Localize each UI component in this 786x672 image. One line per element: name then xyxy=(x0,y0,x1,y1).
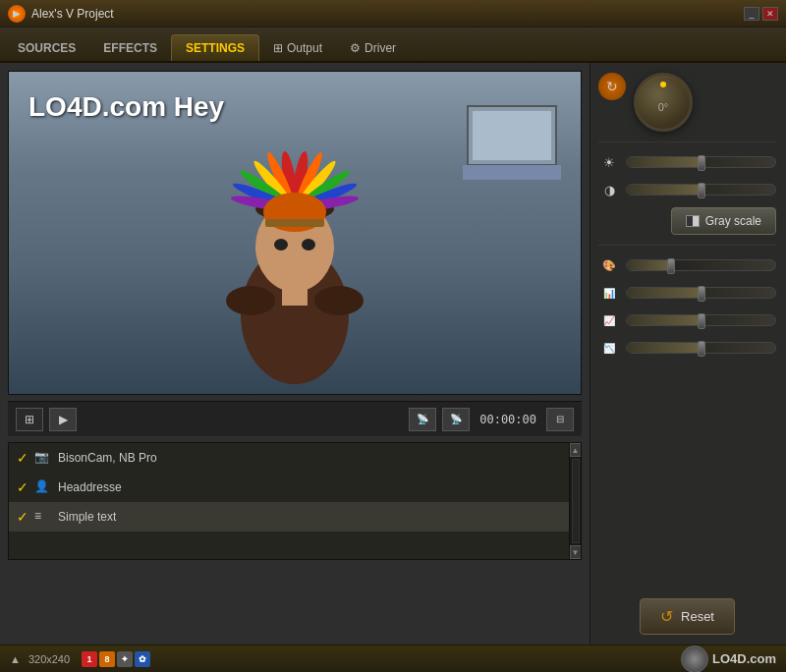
color-slider[interactable] xyxy=(626,259,776,271)
svg-point-7 xyxy=(314,286,364,315)
signal2-button[interactable]: 📡 xyxy=(442,408,470,431)
slider5-row: 📈 xyxy=(598,310,776,330)
grayscale-label: Gray scale xyxy=(705,214,761,228)
capture-button[interactable]: ⊟ xyxy=(546,408,574,431)
slider6-row: 📉 xyxy=(598,338,776,358)
tab-effects[interactable]: EFFECTS xyxy=(89,35,171,61)
contrast-slider[interactable] xyxy=(626,184,776,196)
source-item-camera[interactable]: ✓ 📷 BisonCam, NB Pro xyxy=(9,443,581,473)
status-badges: 1 8 ✦ ✿ xyxy=(82,651,150,667)
reset-button[interactable]: ↺ Reset xyxy=(640,598,735,635)
lo4d-logo: LO4D.com xyxy=(681,645,776,673)
window-title: Alex's V Project xyxy=(31,7,741,21)
rotation-row: ↻ 0° xyxy=(598,73,776,132)
source-check-2: ✓ xyxy=(17,479,28,495)
driver-tab-icon: ⚙ xyxy=(350,41,361,55)
tab-sources[interactable]: SOURCES xyxy=(4,35,89,61)
svg-point-6 xyxy=(226,286,275,315)
source-item-text[interactable]: ✓ ≡ Simple text xyxy=(9,502,581,532)
tab-bar: SOURCES EFFECTS SETTINGS ⊞ Output ⚙ Driv… xyxy=(0,28,786,63)
right-panel: ↻ 0° ☀ ◑ xyxy=(590,63,786,644)
svg-point-4 xyxy=(302,239,315,251)
badge-2: 8 xyxy=(99,651,115,667)
grayscale-icon xyxy=(686,215,700,227)
camera-icon: 📷 xyxy=(34,450,52,466)
svg-rect-22 xyxy=(265,219,324,227)
resolution-text: 320x240 xyxy=(28,653,70,665)
badge-1: 1 xyxy=(82,651,97,667)
tab-output[interactable]: ⊞ Output xyxy=(259,35,336,61)
tab-settings[interactable]: SETTINGS xyxy=(171,34,259,61)
contrast-icon: ◑ xyxy=(598,181,620,198)
svg-rect-24 xyxy=(473,111,551,160)
play-button[interactable]: ▶ xyxy=(49,408,77,431)
svg-rect-25 xyxy=(463,165,561,180)
rotation-value: 0° xyxy=(658,101,669,113)
svg-rect-2 xyxy=(282,286,308,306)
output-tab-icon: ⊞ xyxy=(273,41,283,55)
source-name-3: Simple text xyxy=(58,510,116,524)
brightness-slider[interactable] xyxy=(626,156,776,168)
video-background: LO4D.com Hey xyxy=(9,72,581,394)
brightness-icon: ☀ xyxy=(598,153,620,171)
control-bar: ⊞ ▶ 📡 📡 00:00:00 ⊟ xyxy=(8,401,582,436)
source-check-3: ✓ xyxy=(17,509,28,525)
grayscale-button[interactable]: Gray scale xyxy=(671,207,776,235)
status-bar: ▲ 320x240 1 8 ✦ ✿ LO4D.com xyxy=(0,644,786,672)
badge-4: ✿ xyxy=(135,651,150,667)
rotation-knob[interactable]: 0° xyxy=(634,73,693,132)
slider4-icon: 📊 xyxy=(598,284,620,302)
reset-icon: ↺ xyxy=(660,607,673,626)
source-name-1: BisonCam, NB Pro xyxy=(58,451,157,465)
slider6-icon: 📉 xyxy=(598,339,620,357)
text-icon: ≡ xyxy=(34,509,52,525)
app-icon: ▶ xyxy=(8,5,26,23)
source-item-headdresse[interactable]: ✓ 👤 Headdresse xyxy=(9,473,581,502)
scroll-track xyxy=(572,459,580,543)
color-icon: 🎨 xyxy=(598,256,620,274)
brightness-row: ☀ xyxy=(598,152,776,172)
source-name-2: Headdresse xyxy=(58,480,122,494)
scroll-bar: ▲ ▼ xyxy=(569,443,581,559)
close-button[interactable]: ✕ xyxy=(762,7,778,21)
sources-list: ✓ 📷 BisonCam, NB Pro ✓ 👤 Headdresse ✓ ≡ … xyxy=(8,442,582,560)
contrast-row: ◑ xyxy=(598,180,776,199)
slider5-icon: 📈 xyxy=(598,311,620,329)
reset-label: Reset xyxy=(681,609,714,624)
source-check-1: ✓ xyxy=(17,450,28,466)
tab-driver[interactable]: ⚙ Driver xyxy=(336,35,410,61)
video-overlay-text: LO4D.com Hey xyxy=(28,91,224,123)
slider4[interactable] xyxy=(626,287,776,299)
left-panel: LO4D.com Hey xyxy=(0,63,590,644)
knob-indicator xyxy=(660,82,666,87)
lo4d-circle xyxy=(681,645,708,673)
slider4-row: 📊 xyxy=(598,283,776,303)
signal1-button[interactable]: 📡 xyxy=(409,408,436,431)
warning-icon: ▲ xyxy=(10,653,21,665)
lo4d-text: LO4D.com xyxy=(712,651,776,666)
divider-2 xyxy=(598,245,776,246)
main-content: LO4D.com Hey xyxy=(0,63,786,644)
color-row: 🎨 xyxy=(598,255,776,275)
video-preview: LO4D.com Hey xyxy=(8,71,582,395)
slider6[interactable] xyxy=(626,342,776,354)
minimize-button[interactable]: _ xyxy=(744,7,759,21)
slider5[interactable] xyxy=(626,314,776,326)
person-figure xyxy=(196,139,393,394)
svg-point-3 xyxy=(274,239,288,251)
scroll-down-button[interactable]: ▼ xyxy=(570,545,582,559)
person-icon: 👤 xyxy=(34,479,52,495)
divider-1 xyxy=(598,141,776,142)
knob-container: 0° xyxy=(634,73,693,132)
room-bg xyxy=(463,101,561,180)
title-bar: ▶ Alex's V Project _ ✕ xyxy=(0,0,786,28)
badge-3: ✦ xyxy=(117,651,133,667)
scroll-up-button[interactable]: ▲ xyxy=(570,443,582,457)
grid-button[interactable]: ⊞ xyxy=(16,408,43,431)
rotate-icon[interactable]: ↻ xyxy=(598,73,626,100)
time-display: 00:00:00 xyxy=(479,413,536,426)
